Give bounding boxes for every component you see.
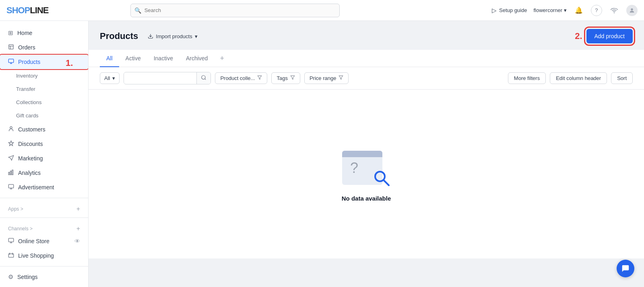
sidebar-item-transfer[interactable]: Transfer — [0, 82, 88, 96]
nav-right: ▷ Setup guide flowercorner ▾ 🔔 ? — [492, 5, 638, 16]
import-products-button[interactable]: Import products ▾ — [144, 31, 201, 42]
svg-rect-7 — [10, 171, 12, 174]
svg-marker-16 — [291, 76, 295, 80]
tab-active[interactable]: Active — [119, 50, 147, 67]
store-name: flowercorner — [533, 7, 562, 13]
sidebar-item-label: Customers — [18, 126, 45, 133]
search-input[interactable] — [130, 4, 340, 17]
sidebar-item-advertisement[interactable]: Advertisement — [0, 180, 88, 195]
svg-rect-9 — [8, 184, 14, 188]
apps-label[interactable]: Apps > — [8, 206, 23, 212]
notification-icon[interactable]: 🔔 — [573, 5, 584, 16]
sidebar-item-discounts[interactable]: Discounts — [0, 137, 88, 151]
sidebar-item-orders[interactable]: Orders — [0, 40, 88, 55]
filter-icon — [339, 75, 343, 81]
sidebar-item-inventory[interactable]: Inventory — [0, 69, 88, 82]
avatar[interactable] — [626, 5, 638, 16]
apps-add-button[interactable]: + — [76, 205, 80, 213]
logo-line: LINE — [30, 5, 48, 15]
empty-doc-header — [342, 151, 382, 157]
home-icon: ⊞ — [8, 29, 13, 37]
empty-state: ? No data available — [89, 90, 644, 258]
sidebar-item-home[interactable]: ⊞ Home — [0, 26, 88, 40]
tab-add-button[interactable]: + — [214, 50, 230, 67]
product-collection-filter[interactable]: Product colle... — [215, 72, 267, 84]
price-range-filter[interactable]: Price range — [304, 72, 349, 84]
filter-icon — [290, 75, 295, 81]
sidebar-item-customers[interactable]: Customers — [0, 122, 88, 137]
add-product-button[interactable]: Add product — [586, 29, 633, 43]
sidebar-item-live-shopping[interactable]: Live Shopping — [0, 248, 88, 263]
search-bar-container: 🔍 — [130, 4, 340, 17]
tab-bar: All Active Inactive Archived + — [89, 50, 644, 67]
tags-filter[interactable]: Tags — [271, 72, 300, 84]
empty-icon-wrap: ? — [342, 147, 390, 187]
tab-inactive[interactable]: Inactive — [147, 50, 180, 67]
channels-add-button[interactable]: + — [76, 225, 80, 232]
top-navigation: SHOPLINE 🔍 ▷ Setup guide flowercorner ▾ … — [0, 0, 644, 21]
setup-guide-button[interactable]: ▷ Setup guide — [492, 7, 527, 14]
tab-all[interactable]: All — [100, 50, 119, 67]
setup-guide-label: Setup guide — [499, 7, 527, 13]
filter-search-input[interactable] — [124, 73, 196, 84]
import-icon — [148, 33, 153, 39]
search-filter — [124, 72, 211, 84]
tags-label: Tags — [277, 75, 287, 81]
empty-question-mark: ? — [350, 160, 358, 176]
play-icon: ▷ — [492, 7, 497, 14]
annotation-2: 2. — [575, 31, 582, 41]
sidebar-item-gift-cards[interactable]: Gift cards — [0, 109, 88, 122]
svg-marker-17 — [339, 76, 343, 80]
logo-shop: SHOP — [6, 5, 30, 15]
svg-point-5 — [10, 127, 12, 129]
empty-search-icon — [373, 169, 390, 187]
main-layout: ⊞ Home Orders Products Inventory Transfe… — [0, 21, 644, 287]
sort-button[interactable]: Sort — [611, 72, 633, 84]
wifi-icon — [609, 5, 620, 16]
price-range-label: Price range — [310, 75, 336, 81]
svg-rect-8 — [12, 170, 13, 175]
sidebar-item-label: Analytics — [18, 170, 41, 176]
svg-rect-4 — [8, 59, 14, 63]
content-area: Products Import products ▾ 2. Add produc… — [89, 21, 644, 287]
sidebar-item-marketing[interactable]: Marketing — [0, 151, 88, 166]
sidebar-item-collections[interactable]: Collections — [0, 96, 88, 109]
tab-archived[interactable]: Archived — [180, 50, 214, 67]
sidebar-item-label: Orders — [18, 44, 35, 51]
empty-state-text: No data available — [342, 195, 391, 202]
page-title: Products — [100, 31, 138, 41]
sidebar-item-label: Discounts — [18, 141, 43, 147]
store-selector[interactable]: flowercorner ▾ — [533, 7, 567, 13]
marketing-icon — [8, 155, 14, 162]
filter-search-button[interactable] — [196, 72, 211, 84]
edit-column-header-button[interactable]: Edit column header — [550, 72, 607, 84]
live-shopping-icon — [8, 252, 14, 259]
svg-point-13 — [202, 76, 205, 79]
apps-section: Apps > + — [0, 201, 88, 214]
product-collection-label: Product colle... — [220, 75, 255, 81]
sidebar-item-label: Home — [17, 30, 32, 36]
orders-icon — [8, 44, 14, 51]
sidebar-item-online-store[interactable]: Online Store 👁 — [0, 234, 88, 248]
sidebar-item-products[interactable]: Products — [0, 55, 88, 69]
products-icon — [8, 58, 14, 66]
sidebar-item-analytics[interactable]: Analytics — [0, 166, 88, 180]
page-header: Products Import products ▾ 2. Add produc… — [89, 21, 644, 50]
chevron-down-icon: ▾ — [564, 7, 567, 13]
analytics-icon — [8, 169, 14, 176]
eye-icon: 👁 — [74, 238, 80, 244]
discounts-icon — [8, 140, 14, 148]
more-filters-button[interactable]: More filters — [508, 72, 546, 84]
page-header-right: 2. Add product — [573, 29, 633, 43]
sidebar-item-label: Marketing — [18, 155, 43, 162]
channels-label[interactable]: Channels > — [8, 226, 33, 232]
svg-line-19 — [384, 180, 389, 185]
logo[interactable]: SHOPLINE — [6, 5, 48, 16]
sidebar-item-label: Online Store — [18, 238, 50, 244]
advertisement-icon — [8, 184, 14, 191]
sidebar-item-settings[interactable]: ⚙ Settings — [0, 270, 88, 284]
online-store-icon — [8, 238, 14, 245]
all-select[interactable]: All ▾ — [100, 72, 120, 84]
chat-button[interactable] — [617, 260, 634, 277]
help-icon[interactable]: ? — [591, 5, 602, 16]
